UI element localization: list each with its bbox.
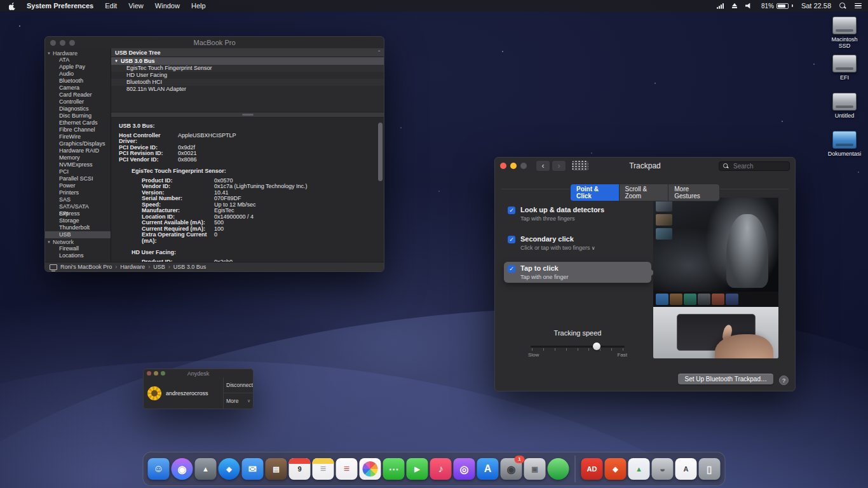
sidebar-item-ata[interactable]: ATA <box>45 57 111 64</box>
eject-icon[interactable] <box>732 3 737 8</box>
menubar-clock[interactable]: Sat 22.58 <box>801 2 831 10</box>
chevron-down-icon[interactable]: ∨ <box>590 245 595 251</box>
menu-edit[interactable]: Edit <box>99 2 123 10</box>
dock-reminders-icon[interactable]: ≡ <box>336 458 358 480</box>
disconnect-button[interactable]: Disconnect <box>224 377 253 393</box>
tree-item-usb-3-0-bus[interactable]: ▼ USB 3.0 Bus <box>111 57 384 65</box>
menu-help[interactable]: Help <box>186 2 212 10</box>
cellular-signal-icon[interactable] <box>717 3 724 9</box>
breadcrumb-item-roni-s-macbook-pro[interactable]: Roni's MacBook Pro <box>60 264 112 270</box>
tab-more-gestures[interactable]: More Gestures <box>668 184 719 201</box>
close-button[interactable] <box>50 40 56 46</box>
zoom-button[interactable] <box>520 163 527 169</box>
anydesk-titlebar[interactable]: Anydesk <box>144 369 253 377</box>
sidebar-item-thunderbolt[interactable]: Thunderbolt <box>45 224 111 231</box>
minimize-button[interactable] <box>60 40 65 46</box>
more-button[interactable]: More ∨ <box>224 393 253 409</box>
help-button[interactable]: ? <box>779 376 789 385</box>
apple-menu-icon[interactable] <box>9 2 16 10</box>
minimize-button[interactable] <box>510 163 517 169</box>
sidebar-item-printers[interactable]: Printers <box>45 189 111 196</box>
desktop-icon-dokumentasi[interactable]: Dokumentasi <box>825 131 864 157</box>
pane-splitter[interactable] <box>111 112 384 118</box>
sidebar-item-firewire[interactable]: FireWire <box>45 133 111 140</box>
close-button[interactable] <box>500 163 506 169</box>
disclosure-triangle-icon[interactable]: ▼ <box>114 59 118 63</box>
dock-podcasts-icon[interactable]: ◎ <box>454 458 475 480</box>
dock-facetime-icon[interactable]: ▶ <box>407 458 428 480</box>
desktop-icon-efi[interactable]: EFI <box>825 55 864 81</box>
spotlight-search-icon[interactable] <box>839 3 846 10</box>
close-button[interactable] <box>147 371 151 376</box>
notification-center-icon[interactable] <box>855 3 862 9</box>
dock-system-preferences-icon[interactable]: ◉1 <box>501 458 522 480</box>
usb-device-tree-header[interactable]: USB Device Tree ˆ <box>111 48 384 57</box>
tree-item-egistec-touch-fingerprint-sensor[interactable]: EgisTec Touch Fingerprint Sensor <box>111 65 384 72</box>
dock-music-icon[interactable]: ♪ <box>430 458 452 480</box>
dock-app-store-icon[interactable]: A <box>477 458 499 480</box>
breadcrumb-item-usb[interactable]: USB <box>153 264 165 270</box>
trackpad-titlebar[interactable]: ‹ › Trackpad <box>495 158 795 174</box>
sidebar-item-audio[interactable]: Audio <box>45 71 111 78</box>
sidebar-item-ethernet-cards[interactable]: Ethernet Cards <box>45 119 111 126</box>
dock-messages-icon[interactable]: ⋯ <box>383 458 405 480</box>
dock-launchpad-icon[interactable]: ▲ <box>195 458 217 480</box>
dock-flask-utility-icon[interactable]: ◒ <box>652 458 674 480</box>
sidebar-item-apple-pay[interactable]: Apple Pay <box>45 64 111 71</box>
search-input[interactable] <box>732 162 785 170</box>
tracking-speed-slider[interactable] <box>531 342 625 351</box>
sidebar-item-storage[interactable]: Storage <box>45 217 111 224</box>
preferences-search-field[interactable] <box>719 161 790 171</box>
sidebar-item-usb[interactable]: USB <box>45 231 111 238</box>
option-tap-to-click[interactable]: ✓Tap to clickTap with one finger <box>504 262 651 283</box>
battery-indicator[interactable]: 81% <box>761 3 793 10</box>
tree-item-bluetooth-hci[interactable]: Bluetooth HCI <box>111 79 384 86</box>
sidebar-item-power[interactable]: Power <box>45 182 111 189</box>
dock-textedit-icon[interactable]: A <box>675 458 697 480</box>
dock-green-sphere-app-icon[interactable] <box>548 458 569 480</box>
slider-thumb[interactable] <box>593 342 600 350</box>
dock-archive-utility-icon[interactable]: ▣ <box>524 458 546 480</box>
menu-window[interactable]: Window <box>149 2 186 10</box>
sidebar-item-nvmexpress[interactable]: NVMExpress <box>45 161 111 168</box>
menu-view[interactable]: View <box>123 2 149 10</box>
sidebar-item-graphics-displays[interactable]: Graphics/Displays <box>45 140 111 147</box>
option-look-up-data-detectors[interactable]: ✓Look up & data detectorsTap with three … <box>504 203 651 224</box>
dock-red-installer-icon[interactable]: ◆ <box>605 458 627 480</box>
sidebar-item-card-reader[interactable]: Card Reader <box>45 92 111 98</box>
tree-item-802-11n-wlan-adapter[interactable]: 802.11n WLAN Adapter <box>111 86 384 93</box>
tree-item-hd-user-facing[interactable]: HD User Facing <box>111 72 384 79</box>
sidebar-item-locations[interactable]: Locations <box>45 252 111 259</box>
dock-photos-icon[interactable] <box>360 458 381 480</box>
sidebar-item-camera[interactable]: Camera <box>45 85 111 92</box>
option-secondary-click[interactable]: ✓Secondary clickClick or tap with two fi… <box>504 233 651 254</box>
menu-system-preferences[interactable]: System Preferences <box>21 2 99 10</box>
sidebar-item-pci[interactable]: PCI <box>45 168 111 175</box>
zoom-button[interactable] <box>161 371 165 376</box>
slider-track[interactable] <box>531 346 625 348</box>
dock-safari-icon[interactable]: ◆ <box>219 458 240 480</box>
dock-anydesk-icon[interactable]: AD <box>581 458 603 480</box>
zoom-button[interactable] <box>69 40 75 46</box>
dock-calendar-icon[interactable]: 9 <box>289 458 311 480</box>
sidebar-section-hardware[interactable]: ▼Hardware <box>45 50 111 57</box>
sidebar-item-parallel-scsi[interactable]: Parallel SCSI <box>45 175 111 182</box>
dock-contacts-icon[interactable]: ▤ <box>266 458 287 480</box>
gesture-demo-video[interactable] <box>653 198 778 358</box>
dock-trash-icon[interactable]: ▯ <box>699 458 721 480</box>
sidebar-item-disc-burning[interactable]: Disc Burning <box>45 112 111 119</box>
dock-mail-icon[interactable]: ✉ <box>242 458 264 480</box>
sidebar-item-controller[interactable]: Controller <box>45 98 111 105</box>
setup-bluetooth-trackpad-button[interactable]: Set Up Bluetooth Trackpad… <box>678 374 773 384</box>
breadcrumb-item-usb-3-0-bus[interactable]: USB 3.0 Bus <box>173 264 207 270</box>
collapse-chevron-icon[interactable]: ˆ <box>378 50 380 56</box>
sidebar-item-sas[interactable]: SAS <box>45 196 111 203</box>
sidebar-item-fibre-channel[interactable]: Fibre Channel <box>45 126 111 133</box>
checkbox-look-up-data-detectors[interactable]: ✓ <box>508 207 515 214</box>
breadcrumb-item-hardware[interactable]: Hardware <box>120 264 145 270</box>
sidebar-item-sata-sata-express[interactable]: SATA/SATA Express <box>45 203 111 210</box>
tab-point-click[interactable]: Point & Click <box>571 184 620 201</box>
sysinfo-titlebar[interactable]: MacBook Pro <box>45 37 384 48</box>
desktop-icon-macintosh-ssd[interactable]: Macintosh SSD <box>825 17 864 49</box>
forward-button[interactable]: › <box>552 160 566 172</box>
